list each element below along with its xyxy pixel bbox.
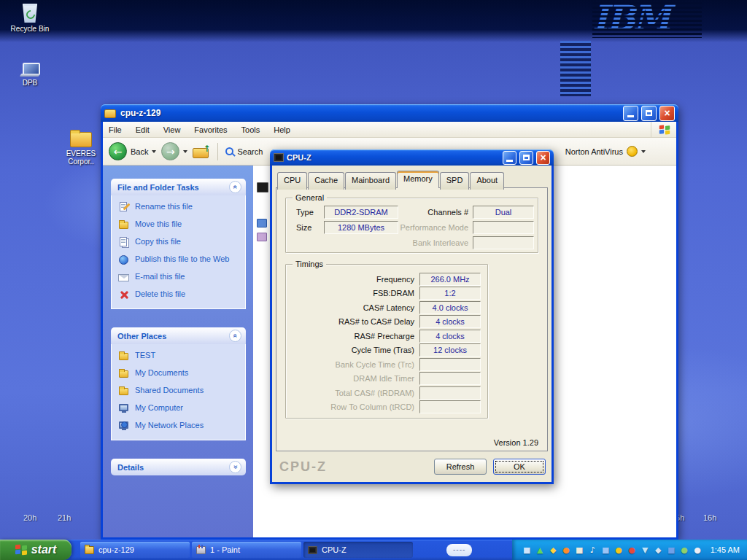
tab-mainboard[interactable]: Mainboard bbox=[345, 172, 396, 190]
hour-label: 16h bbox=[703, 513, 716, 522]
taskbar-task-paint[interactable]: 1 - Paint bbox=[192, 542, 301, 558]
type-label: Type bbox=[296, 208, 321, 217]
section-file-and-folder-tasks: File and Folder Tasks « Rename this file… bbox=[111, 179, 246, 309]
minimize-button[interactable] bbox=[623, 106, 638, 121]
delete-icon bbox=[118, 289, 130, 300]
close-button[interactable]: × bbox=[659, 106, 675, 121]
timing-field: 266.0 MHz bbox=[419, 273, 481, 286]
clock-sync-icon[interactable]: ● bbox=[692, 545, 703, 556]
ok-button[interactable]: OK bbox=[493, 459, 546, 475]
task-delete-this-file[interactable]: Delete this file bbox=[118, 289, 240, 300]
task-label: Delete this file bbox=[135, 289, 185, 299]
volume-icon[interactable]: ♪ bbox=[587, 545, 598, 556]
performance-mode-label: Performance Mode bbox=[398, 223, 468, 232]
cpuz-tab-strip: CPU Cache Mainboard Memory SPD About bbox=[276, 169, 548, 188]
cpuz-close-button[interactable]: × bbox=[536, 151, 550, 165]
up-button[interactable]: ↑ bbox=[193, 145, 210, 158]
ibm-logo: IBM bbox=[592, 0, 702, 38]
section-header-other-places[interactable]: Other Places « bbox=[111, 327, 246, 344]
update-icon[interactable]: ● bbox=[561, 545, 572, 556]
tab-cache[interactable]: Cache bbox=[308, 172, 344, 190]
timing-field: 4 clocks bbox=[419, 330, 481, 343]
antivirus-icon[interactable]: ● bbox=[614, 545, 624, 556]
computer-icon bbox=[118, 403, 130, 414]
menu-file[interactable]: File bbox=[109, 125, 122, 134]
window-folder-icon bbox=[104, 108, 117, 118]
section-header-details[interactable]: Details « bbox=[111, 459, 246, 475]
explorer-titlebar[interactable]: cpu-z-129 × bbox=[101, 104, 678, 122]
scheduler-icon[interactable]: ▼ bbox=[640, 545, 651, 556]
tab-spd[interactable]: SPD bbox=[440, 172, 470, 190]
cpuz-dialog: CPU-Z × CPU Cache Mainboard Memory SPD A… bbox=[270, 149, 554, 484]
menu-favorites[interactable]: Favorites bbox=[194, 125, 227, 134]
start-button[interactable]: start bbox=[0, 540, 71, 560]
section-header-file-tasks[interactable]: File and Folder Tasks « bbox=[111, 179, 246, 195]
back-button[interactable]: ← Back bbox=[109, 142, 156, 160]
network-icon[interactable]: ■ bbox=[600, 545, 611, 556]
expand-chevron-icon[interactable]: « bbox=[229, 461, 241, 473]
timing-field bbox=[419, 372, 481, 385]
place-shared-documents[interactable]: Shared Documents bbox=[118, 386, 240, 397]
collapse-chevron-icon[interactable]: « bbox=[229, 330, 241, 342]
taskbar-task-cpuz[interactable]: CPU-Z bbox=[303, 542, 413, 558]
place-label: My Computer bbox=[135, 403, 183, 413]
place-my-computer[interactable]: My Computer bbox=[118, 403, 240, 414]
display-icon[interactable]: ■ bbox=[666, 545, 677, 556]
search-icon bbox=[225, 147, 233, 155]
task-copy-this-file[interactable]: Copy this file bbox=[118, 237, 240, 248]
place-test[interactable]: TEST bbox=[118, 351, 240, 362]
maximize-button[interactable] bbox=[641, 106, 657, 121]
back-arrow-icon: ← bbox=[109, 142, 127, 160]
file-icon-partial[interactable] bbox=[257, 219, 267, 228]
file-icon-partial[interactable] bbox=[257, 233, 267, 241]
performance-mode-field bbox=[473, 221, 534, 234]
place-my-network-places[interactable]: My Network Places bbox=[118, 421, 240, 432]
usb-icon[interactable]: ◆ bbox=[653, 545, 664, 556]
desktop-icon-everes[interactable]: EVERES Corpor.. bbox=[60, 132, 102, 166]
collapsed-toolbar-handle[interactable]: ---- bbox=[446, 544, 472, 556]
norton-antivirus-button[interactable]: Norton AntiVirus bbox=[565, 146, 670, 157]
forward-dropdown-icon[interactable] bbox=[183, 150, 187, 153]
refresh-button[interactable]: Refresh bbox=[434, 459, 487, 475]
folder-icon bbox=[85, 546, 94, 554]
start-label: start bbox=[31, 543, 57, 556]
cpuz-maximize-button[interactable] bbox=[519, 151, 533, 165]
section-title: Other Places bbox=[117, 332, 166, 341]
desktop-icon-dpb[interactable]: DPB bbox=[7, 63, 53, 87]
task-rename-this-file[interactable]: Rename this file bbox=[118, 202, 240, 213]
network-places-icon bbox=[118, 421, 130, 432]
collapse-chevron-icon[interactable]: « bbox=[229, 181, 241, 193]
menu-tools[interactable]: Tools bbox=[241, 125, 260, 134]
file-icon-partial[interactable] bbox=[257, 182, 268, 192]
task-email-this-file[interactable]: E-mail this file bbox=[118, 272, 240, 283]
tab-memory[interactable]: Memory bbox=[397, 171, 439, 188]
task-move-this-file[interactable]: Move this file bbox=[118, 219, 240, 230]
search-button[interactable]: Search bbox=[225, 147, 263, 156]
forward-arrow-icon: → bbox=[161, 142, 179, 160]
menu-view[interactable]: View bbox=[163, 125, 181, 134]
desktop-icon-label: DPB bbox=[7, 79, 53, 87]
tab-about[interactable]: About bbox=[470, 172, 504, 190]
place-my-documents[interactable]: My Documents bbox=[118, 368, 240, 379]
messenger-icon[interactable]: ▲ bbox=[535, 545, 546, 556]
cpuz-titlebar[interactable]: CPU-Z × bbox=[270, 149, 554, 166]
shield-icon[interactable]: ◆ bbox=[548, 545, 559, 556]
forward-button[interactable]: → bbox=[161, 142, 187, 160]
tab-cpu[interactable]: CPU bbox=[277, 172, 307, 190]
back-dropdown-icon[interactable] bbox=[152, 150, 156, 153]
power-icon[interactable]: ● bbox=[679, 545, 690, 556]
norton-dropdown-icon[interactable] bbox=[641, 150, 646, 153]
timing-label: Row To Column (tRCD) bbox=[286, 402, 414, 411]
taskbar-task-cpu-z-129[interactable]: cpu-z-129 bbox=[80, 542, 190, 558]
task-publish-to-web[interactable]: Publish this file to the Web bbox=[118, 254, 240, 265]
system-tray: ■ ▲ ◆ ● ■ ♪ ■ ● ● ▼ ◆ ■ ● ● 1:45 AM bbox=[512, 540, 747, 560]
place-label: TEST bbox=[135, 351, 155, 360]
clipboard-icon[interactable]: ■ bbox=[574, 545, 585, 556]
menu-help[interactable]: Help bbox=[274, 125, 290, 134]
taskbar-clock[interactable]: 1:45 AM bbox=[711, 545, 740, 554]
desktop-icon-recycle-bin[interactable]: Recycle Bin bbox=[7, 4, 53, 33]
ibm-tools-icon[interactable]: ■ bbox=[522, 545, 533, 556]
cpuz-minimize-button[interactable] bbox=[503, 151, 516, 165]
menu-edit[interactable]: Edit bbox=[136, 125, 150, 134]
firewall-icon[interactable]: ● bbox=[627, 545, 638, 556]
